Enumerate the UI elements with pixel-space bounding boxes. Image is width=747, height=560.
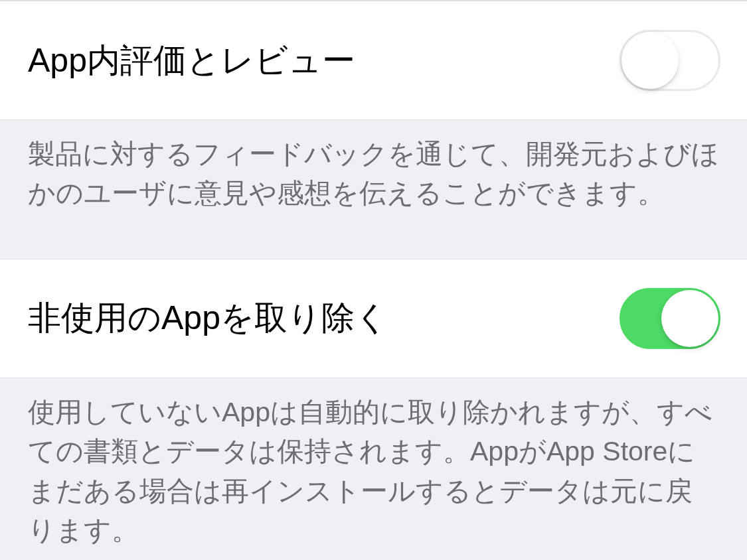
in-app-ratings-row: App内評価とレビュー (0, 1, 747, 120)
in-app-ratings-label: App内評価とレビュー (28, 38, 355, 83)
toggle-knob (661, 290, 718, 347)
offload-unused-apps-description: 使用していないAppは自動的に取り除かれますが、すべての書類とデータは保持されま… (0, 378, 747, 560)
in-app-ratings-toggle[interactable] (620, 30, 720, 91)
in-app-ratings-description: 製品に対するフィードバックを通じて、開発元およびほかのユーザに意見や感想を伝える… (0, 120, 747, 228)
offload-unused-apps-toggle[interactable] (620, 288, 720, 349)
offload-unused-apps-label: 非使用のAppを取り除く (28, 296, 388, 340)
offload-unused-apps-row: 非使用のAppを取り除く (0, 259, 747, 378)
toggle-knob (622, 32, 679, 89)
